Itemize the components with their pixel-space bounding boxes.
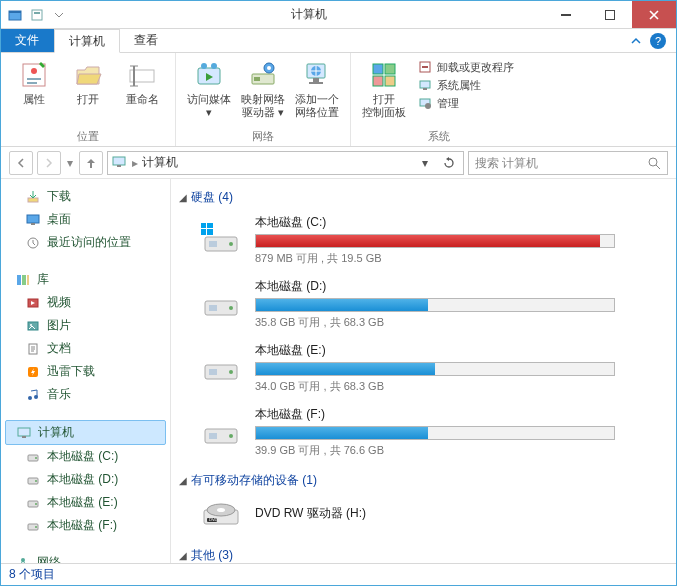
ribbon-tabs: 文件 计算机 查看 ? (1, 29, 676, 53)
thunder-icon (25, 364, 41, 380)
sidebar-item[interactable]: 本地磁盘 (D:) (5, 468, 166, 491)
recent-icon (25, 235, 41, 251)
hdd-icon (25, 518, 41, 534)
add-netloc-button[interactable]: 添加一个网络位置 (292, 57, 342, 127)
qat-properties-icon[interactable] (29, 7, 45, 23)
svg-rect-1 (9, 11, 21, 13)
up-button[interactable] (79, 151, 103, 175)
sidebar-item[interactable]: 文档 (5, 337, 166, 360)
hdd-icon (25, 472, 41, 488)
svg-rect-25 (385, 64, 395, 74)
svg-rect-27 (385, 76, 395, 86)
svg-rect-9 (27, 82, 37, 84)
svg-point-7 (31, 68, 37, 74)
section-hdd[interactable]: ◢ 硬盘 (4) (175, 185, 666, 212)
properties-icon (18, 59, 50, 91)
maximize-button[interactable] (588, 1, 632, 28)
search-icon (647, 156, 661, 170)
address-text: 计算机 (142, 154, 411, 171)
hdd-icon (199, 222, 243, 258)
drive-usage-bar (255, 362, 615, 376)
control-panel-button[interactable]: 打开控制面板 (359, 57, 409, 127)
ribbon-group-system: 打开控制面板 卸载或更改程序 系统属性 管理 系统 (351, 53, 526, 146)
svg-rect-37 (27, 215, 39, 223)
drive-free-text: 879 MB 可用 , 共 19.5 GB (255, 251, 615, 266)
section-removable[interactable]: ◢ 有可移动存储的设备 (1) (175, 468, 666, 495)
tab-file[interactable]: 文件 (1, 29, 54, 52)
close-button[interactable] (632, 1, 676, 28)
forward-button[interactable] (37, 151, 61, 175)
music-icon (25, 387, 41, 403)
rename-button[interactable]: 重命名 (117, 57, 167, 127)
drive-name: 本地磁盘 (C:) (255, 214, 615, 231)
address-dropdown[interactable]: ▾ (415, 156, 435, 170)
qat-dropdown-icon[interactable] (51, 7, 67, 23)
help-icon[interactable]: ? (650, 33, 666, 49)
tab-view[interactable]: 查看 (120, 29, 173, 52)
hdd-icon (25, 449, 41, 465)
svg-point-14 (211, 63, 217, 69)
svg-rect-69 (209, 241, 217, 247)
ribbon-collapse-icon[interactable] (630, 35, 642, 47)
sidebar-item[interactable]: 迅雷下载 (5, 360, 166, 383)
sidebar-libraries[interactable]: 库 (5, 268, 166, 291)
svg-rect-33 (113, 157, 125, 165)
svg-rect-11 (133, 66, 135, 86)
add-netloc-label: 添加一个网络位置 (295, 93, 339, 119)
drive-item[interactable]: 本地磁盘 (F:)39.9 GB 可用 , 共 76.6 GB (175, 404, 666, 468)
removable-item[interactable]: DVD DVD RW 驱动器 (H:) (175, 495, 666, 543)
minimize-button[interactable] (544, 1, 588, 28)
ribbon-group-network: 访问媒体▾ 映射网络驱动器 ▾ 添加一个网络位置 网络 (176, 53, 351, 146)
map-drive-button[interactable]: 映射网络驱动器 ▾ (238, 57, 288, 127)
quick-access-toolbar (1, 7, 73, 23)
tab-computer[interactable]: 计算机 (54, 29, 120, 53)
rename-label: 重命名 (126, 93, 159, 106)
back-button[interactable] (9, 151, 33, 175)
sidebar-item[interactable]: 本地磁盘 (C:) (5, 445, 166, 468)
sysprops-button[interactable]: 系统属性 (417, 77, 514, 93)
group-label-location: 位置 (77, 127, 99, 144)
drive-item[interactable]: 本地磁盘 (E:)34.0 GB 可用 , 共 68.3 GB (175, 340, 666, 404)
refresh-button[interactable] (439, 157, 459, 169)
drive-name: 本地磁盘 (D:) (255, 278, 615, 295)
svg-point-32 (425, 103, 431, 109)
section-other[interactable]: ◢ 其他 (3) (175, 543, 666, 563)
sidebar-item[interactable]: 桌面 (5, 208, 166, 231)
sidebar-item[interactable]: 视频 (5, 291, 166, 314)
svg-rect-2 (32, 10, 42, 20)
sidebar-item[interactable]: 本地磁盘 (F:) (5, 514, 166, 537)
pictures-icon (25, 318, 41, 334)
sidebar-network[interactable]: 网络 (5, 551, 166, 563)
sidebar-item[interactable]: 音乐 (5, 383, 166, 406)
sidebar-item[interactable]: 本地磁盘 (E:) (5, 491, 166, 514)
manage-button[interactable]: 管理 (417, 95, 514, 111)
drive-item[interactable]: 本地磁盘 (C:)879 MB 可用 , 共 19.5 GB (175, 212, 666, 276)
sidebar-item[interactable]: 图片 (5, 314, 166, 337)
access-media-button[interactable]: 访问媒体▾ (184, 57, 234, 127)
sidebar-item[interactable]: 下载 (5, 185, 166, 208)
main-content[interactable]: ◢ 硬盘 (4) 本地磁盘 (C:)879 MB 可用 , 共 19.5 GB本… (171, 179, 676, 563)
sidebar-computer[interactable]: 计算机 (5, 420, 166, 445)
svg-rect-34 (117, 165, 121, 167)
sidebar-item[interactable]: 最近访问的位置 (5, 231, 166, 254)
open-button[interactable]: 打开 (63, 57, 113, 127)
recent-locations-dropdown[interactable]: ▾ (65, 156, 75, 170)
collapse-triangle-icon: ◢ (179, 550, 187, 561)
svg-point-35 (649, 158, 657, 166)
sidebar[interactable]: 下载桌面最近访问的位置 库 视频图片文档迅雷下载音乐 计算机 本地磁盘 (C:)… (1, 179, 171, 563)
properties-button[interactable]: 属性 (9, 57, 59, 127)
address-bar[interactable]: ▸ 计算机 ▾ (107, 151, 464, 175)
search-box[interactable] (468, 151, 668, 175)
drive-name: 本地磁盘 (F:) (255, 406, 615, 423)
uninstall-button[interactable]: 卸载或更改程序 (417, 59, 514, 75)
svg-point-56 (35, 480, 37, 482)
search-input[interactable] (475, 156, 647, 170)
svg-rect-66 (201, 229, 206, 235)
drive-item[interactable]: 本地磁盘 (D:)35.8 GB 可用 , 共 68.3 GB (175, 276, 666, 340)
svg-rect-72 (209, 305, 217, 311)
svg-rect-67 (207, 229, 213, 235)
control-panel-label: 打开控制面板 (362, 93, 406, 119)
open-label: 打开 (77, 93, 99, 106)
svg-point-76 (229, 370, 233, 374)
svg-point-60 (35, 526, 37, 528)
